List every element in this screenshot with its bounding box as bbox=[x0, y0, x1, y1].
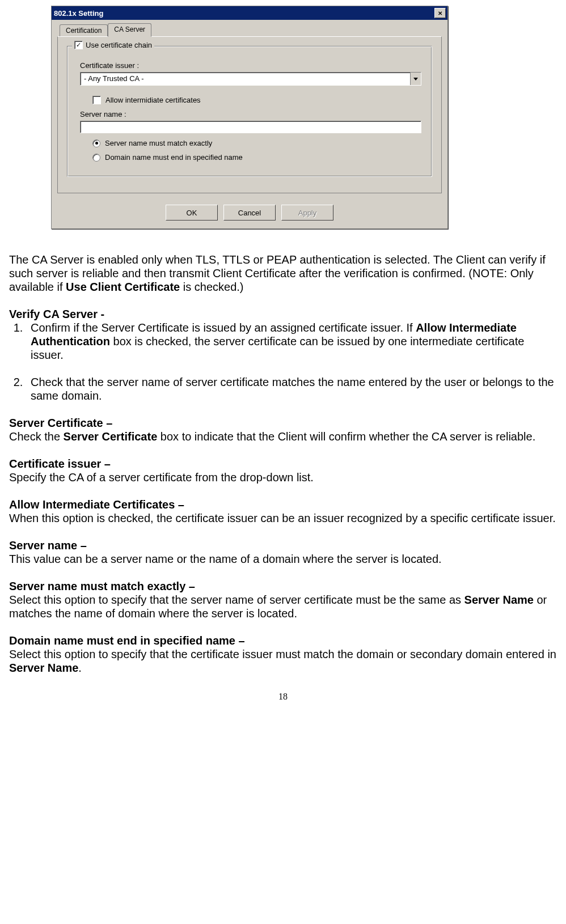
apply-button: Apply bbox=[281, 205, 333, 221]
domain-end-body: Select this option to specify that the c… bbox=[9, 647, 557, 675]
window-title: 802.1x Setting bbox=[54, 9, 103, 18]
allow-intermediate-checkbox[interactable] bbox=[92, 96, 101, 104]
tab-label: CA Server bbox=[114, 26, 145, 33]
close-button[interactable]: ✕ bbox=[434, 8, 446, 18]
page-number: 18 bbox=[6, 692, 560, 702]
server-name-input[interactable] bbox=[80, 121, 421, 133]
allow-intermediate-label: Allow intermidiate certificates bbox=[105, 96, 201, 104]
ca-server-panel: ✓ Use certificate chain Certificate issu… bbox=[57, 36, 442, 193]
match-exactly-body: Select this option to specify that the s… bbox=[9, 593, 557, 620]
allow-intermediate-body: When this option is checked, the certifi… bbox=[9, 511, 557, 525]
chevron-down-icon bbox=[413, 78, 418, 80]
radio-dot-icon bbox=[95, 142, 98, 145]
close-icon: ✕ bbox=[438, 10, 442, 16]
intro-paragraph: The CA Server is enabled only when TLS, … bbox=[9, 253, 557, 294]
check-icon: ✓ bbox=[76, 42, 81, 48]
verify-ca-list: Confirm if the Server Certificate is iss… bbox=[9, 321, 557, 402]
verify-ca-heading: Verify CA Server - bbox=[9, 307, 557, 321]
tab-ca-server[interactable]: CA Server bbox=[108, 23, 151, 37]
allow-intermediate-heading: Allow Intermediate Certificates – bbox=[9, 498, 557, 511]
server-certificate-heading: Server Certificate – bbox=[9, 416, 557, 430]
tab-strip: Certification CA Server bbox=[52, 20, 447, 37]
server-certificate-body: Check the Server Certificate box to indi… bbox=[9, 430, 557, 443]
match-exactly-heading: Server name must match exactly – bbox=[9, 579, 557, 593]
dialog-buttons: OK Cancel Apply bbox=[52, 199, 447, 228]
settings-dialog: 802.1x Setting ✕ Certification CA Server bbox=[51, 6, 448, 229]
documentation-text: The CA Server is enabled only when TLS, … bbox=[9, 253, 557, 675]
certificate-issuer-combo[interactable]: - Any Trusted CA - bbox=[80, 72, 421, 86]
use-certificate-chain-group: ✓ Use certificate chain Certificate issu… bbox=[67, 46, 432, 177]
radio-match-exactly[interactable] bbox=[92, 139, 100, 147]
domain-end-heading: Domain name must end in specified name – bbox=[9, 634, 557, 647]
server-name-body: This value can be a server name or the n… bbox=[9, 552, 557, 566]
ok-button[interactable]: OK bbox=[166, 205, 218, 221]
combo-dropdown-button[interactable] bbox=[410, 73, 421, 85]
radio-domain-end-label: Domain name must end in specified name bbox=[105, 153, 243, 162]
radio-domain-end[interactable] bbox=[92, 154, 100, 162]
titlebar: 802.1x Setting ✕ bbox=[52, 6, 447, 20]
server-name-heading: Server name – bbox=[9, 539, 557, 552]
list-item: Confirm if the Server Certificate is iss… bbox=[26, 321, 557, 362]
certificate-issuer-value: - Any Trusted CA - bbox=[81, 73, 410, 85]
cancel-button[interactable]: Cancel bbox=[223, 205, 276, 221]
tab-label: Certification bbox=[66, 27, 102, 35]
use-certificate-chain-label: Use certificate chain bbox=[86, 41, 152, 49]
server-name-label: Server name : bbox=[80, 110, 421, 118]
certificate-issuer-label: Certificate issuer : bbox=[80, 61, 421, 70]
use-certificate-chain-checkbox[interactable]: ✓ bbox=[74, 41, 83, 49]
radio-match-exactly-label: Server name must match exactly bbox=[105, 139, 212, 147]
certificate-issuer-body: Specify the CA of a server certificate f… bbox=[9, 471, 557, 484]
certificate-issuer-heading: Certificate issuer – bbox=[9, 457, 557, 471]
list-item: Check that the server name of server cer… bbox=[26, 375, 557, 402]
